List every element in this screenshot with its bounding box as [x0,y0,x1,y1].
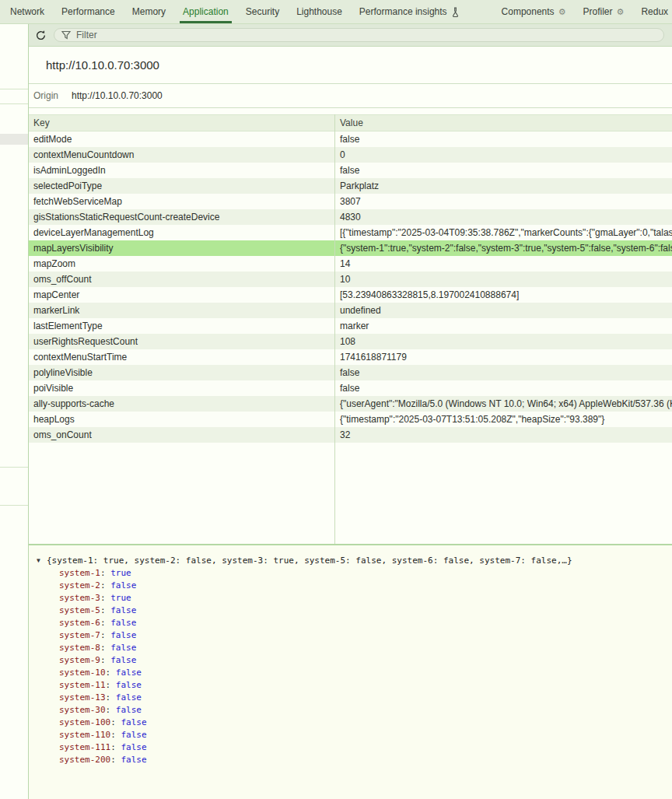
tree-value: false [116,692,142,703]
tab-network[interactable]: Network [2,0,53,23]
json-summary-text: {system-1: true, system-2: false, system… [47,555,572,566]
tab-performance-insights[interactable]: Performance insights [351,0,468,23]
tree-value: false [116,680,142,690]
column-header-key[interactable]: Key [29,115,334,131]
table-row[interactable]: polylineVisiblefalse [29,365,672,380]
table-header-row: Key Value [29,114,672,131]
table-row[interactable]: contextMenuCountdown0 [29,147,672,163]
column-header-value[interactable]: Value [334,115,672,131]
row-value: 14 [334,256,672,272]
table-row[interactable]: oms_onCount32 [29,427,672,443]
json-preview-summary[interactable]: ▼ {system-1: true, system-2: false, syst… [37,554,669,566]
filter-input[interactable] [76,30,656,40]
table-row[interactable]: selectedPoiTypeParkplatz [29,178,672,194]
tab-label: Memory [132,6,166,17]
tab-memory[interactable]: Memory [124,0,174,23]
gear-icon: ⚙ [558,8,566,16]
tree-entry[interactable]: system-1: true [37,567,669,580]
row-value: 32 [334,427,672,443]
table-row[interactable]: lastElementTypemarker [29,318,672,334]
table-row[interactable]: contextMenuStartTime1741618871179 [29,349,672,365]
tree-key: system-111 [59,742,110,752]
row-value: 4830 [334,209,672,225]
tree-entry[interactable]: system-200: false [37,754,669,766]
tab-performance[interactable]: Performance [53,0,124,23]
tree-key: system-10 [59,668,106,678]
tree-entry[interactable]: system-6: false [37,617,669,629]
expand-triangle-icon[interactable]: ▼ [37,557,47,564]
tree-colon: : [110,742,121,752]
sidebar-divider [0,103,28,104]
table-empty-area[interactable] [29,443,672,544]
tree-key: system-13 [59,692,106,703]
row-value: false [334,365,672,380]
refresh-icon[interactable] [35,30,47,41]
tab-security[interactable]: Security [237,0,288,23]
tab-profiler[interactable]: Profiler⚙ [575,0,633,23]
tree-value: false [116,668,142,678]
table-row[interactable]: poiVisiblefalse [29,380,672,396]
row-value: [53.23940863328815,8.197002410888674] [334,287,672,303]
origin-label: Origin [33,90,58,101]
tree-entry[interactable]: system-8: false [37,642,669,654]
row-key: mapZoom [29,256,334,272]
row-key: gisStationsStaticRequestCount-createDevi… [29,209,334,225]
table-row[interactable]: mapCenter[53.23940863328815,8.1970024108… [29,287,672,303]
table-row[interactable]: userRightsRequestCount108 [29,334,672,349]
table-row[interactable]: deviceLayerManagementLog[{"timestamp":"2… [29,225,672,240]
table-row[interactable]: mapZoom14 [29,256,672,272]
tree-entry[interactable]: system-11: false [37,679,669,692]
devtools-tabbar: NetworkPerformanceMemoryApplicationSecur… [0,0,672,24]
tab-components[interactable]: Components⚙ [493,0,575,23]
tab-redux[interactable]: Redux [632,0,672,23]
tree-entry[interactable]: system-100: false [37,717,669,729]
table-row[interactable]: heapLogs{"timestamp":"2025-03-07T13:51:0… [29,412,672,427]
spacer [29,108,672,114]
tree-entry[interactable]: system-2: false [37,580,669,592]
column-divider[interactable] [334,114,335,544]
table-row[interactable]: isAdminLoggedInfalse [29,163,672,178]
tree-entry[interactable]: system-5: false [37,605,669,617]
table-row[interactable]: markerLinkundefined [29,303,672,318]
tree-entry[interactable]: system-30: false [37,704,669,717]
row-key: contextMenuStartTime [29,349,334,365]
row-value: {"system-1":true,"system-2":false,"syste… [334,240,672,256]
tab-application[interactable]: Application [174,0,237,23]
row-value: {"userAgent":"Mozilla/5.0 (Windows NT 10… [334,396,672,412]
tree-value: false [110,605,136,615]
tree-key: system-5 [59,605,100,615]
row-key: poiVisible [29,380,334,396]
application-sidebar-strip[interactable] [0,24,29,799]
tree-entry[interactable]: system-13: false [37,692,669,704]
table-row[interactable]: gisStationsStaticRequestCount-createDevi… [29,209,672,225]
table-row[interactable]: editModefalse [29,131,672,147]
tree-key: system-7 [59,630,100,640]
tree-colon: : [100,605,110,615]
tab-label: Redux [641,6,668,17]
tree-key: system-110 [59,730,110,740]
filter-box[interactable] [54,28,664,42]
row-value: false [334,380,672,396]
tree-entry[interactable]: system-10: false [37,667,669,679]
row-key: isAdminLoggedIn [29,163,334,178]
table-row[interactable]: mapLayersVisibility{"system-1":true,"sys… [29,240,672,256]
row-key: oms_offCount [29,272,334,287]
row-value: 3807 [334,194,672,209]
tab-label: Performance insights [359,6,447,17]
tree-entry[interactable]: system-110: false [37,729,669,741]
tab-label: Components [502,6,555,17]
tree-key: system-9 [59,655,100,665]
tree-key: system-11 [59,680,106,690]
row-value: 10 [334,272,672,287]
table-row[interactable]: ally-supports-cache{"userAgent":"Mozilla… [29,396,672,412]
flask-icon [451,7,460,17]
tab-lighthouse[interactable]: Lighthouse [288,0,351,23]
tree-colon: : [110,717,121,727]
tree-entry[interactable]: system-7: false [37,629,669,642]
table-row[interactable]: oms_offCount10 [29,272,672,287]
row-value: 1741618871179 [334,349,672,365]
tree-entry[interactable]: system-3: true [37,592,669,605]
tree-entry[interactable]: system-111: false [37,741,669,754]
table-row[interactable]: fetchWebServiceMap3807 [29,194,672,209]
tree-entry[interactable]: system-9: false [37,654,669,667]
